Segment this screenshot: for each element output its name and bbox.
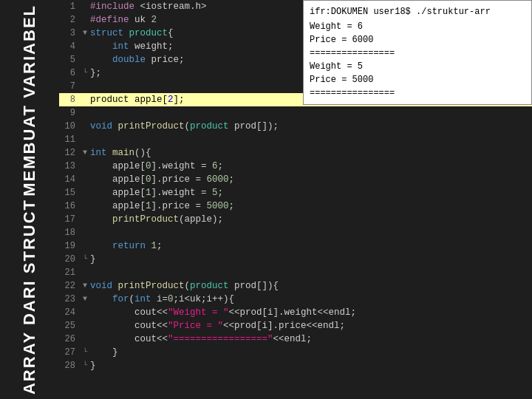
code-line-23: 23 ▼ for(int i=0;i<uk;i++){ — [59, 293, 532, 306]
code-line-19: 19 return 1; — [59, 239, 532, 253]
code-line-18: 18 — [59, 226, 532, 239]
terminal-output-box: ifr:DOKUMEN user18$ ./struktur-arr Weigh… — [303, 0, 532, 105]
code-line-12: 12 ▼ int main(){ — [59, 146, 532, 160]
terminal-line-4: Price = 5000 — [310, 73, 525, 86]
code-line-20: 20 └ } — [59, 253, 532, 266]
terminal-line-0: Weight = 6 — [310, 20, 525, 33]
terminal-line-5: ================ — [310, 86, 525, 100]
terminal-line-1: Price = 6000 — [310, 33, 525, 47]
code-area: ifr:DOKUMEN user18$ ./struktur-arr Weigh… — [59, 0, 532, 399]
code-line-27: 27 └ } — [59, 346, 532, 359]
code-line-25: 25 cout<<"Price = "<<prod[i].price<<endl… — [59, 319, 532, 332]
code-line-13: 13 apple[0].weight = 6; — [59, 160, 532, 173]
code-line-28: 28 └ } — [59, 359, 532, 372]
code-line-21: 21 — [59, 266, 532, 279]
code-line-17: 17 printProduct(apple); — [59, 213, 532, 226]
code-line-26: 26 cout<<"================="<<endl; — [59, 332, 532, 346]
code-line-11: 11 — [59, 133, 532, 146]
code-line-24: 24 cout<<"Weight = "<<prod[i].weight<<en… — [59, 306, 532, 319]
terminal-prompt: ifr:DOKUMEN user18$ ./struktur-arr — [310, 5, 525, 18]
code-line-15: 15 apple[1].weight = 5; — [59, 186, 532, 200]
terminal-line-3: Weight = 5 — [310, 60, 525, 73]
title-line1: MEMBUAT VARIABEL — [21, 4, 38, 197]
vertical-title-panel: MEMBUAT VARIABEL ARRAY DARI STRUCT — [0, 0, 59, 399]
code-line-10: 10 void printProduct(product prod[]); — [59, 120, 532, 133]
code-line-9: 9 — [59, 106, 532, 120]
title-line2: ARRAY DARI STRUCT — [21, 199, 38, 395]
code-line-22: 22 ▼ void printProduct(product prod[]){ — [59, 279, 532, 293]
code-line-16: 16 apple[1].price = 5000; — [59, 200, 532, 213]
terminal-line-2: ================ — [310, 47, 525, 60]
code-line-14: 14 apple[0].price = 6000; — [59, 173, 532, 186]
